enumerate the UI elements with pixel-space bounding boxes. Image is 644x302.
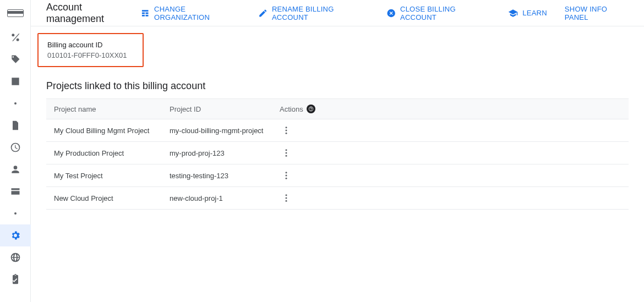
sidebar-item-clipboard[interactable]	[0, 268, 31, 290]
action-label: RENAME BILLING ACCOUNT	[272, 5, 369, 21]
project-actions-cell	[272, 142, 629, 164]
sidebar-logo	[0, 0, 31, 26]
rename-billing-account-button[interactable]: RENAME BILLING ACCOUNT	[258, 5, 369, 21]
main-area: Account management CHANGE ORGANIZATION R…	[31, 0, 644, 210]
svg-point-3	[286, 149, 287, 151]
project-name-cell: My Production Project	[46, 142, 162, 164]
svg-point-1	[286, 130, 287, 131]
project-name-cell: New Cloud Project	[46, 187, 162, 210]
globe-icon	[10, 252, 21, 263]
close-circle-icon	[386, 8, 396, 18]
project-name-cell: My Cloud Billing Mgmt Project	[46, 119, 162, 142]
project-row: My Test Projecttesting-testing-123	[46, 164, 629, 187]
project-id-cell: testing-testing-123	[162, 164, 272, 187]
sidebar-item-report[interactable]	[0, 70, 31, 92]
col-actions: Actions	[272, 99, 629, 119]
separator-dot-icon	[14, 102, 17, 105]
project-name-cell: My Test Project	[46, 164, 162, 187]
close-billing-account-button[interactable]: CLOSE BILLING ACCOUNT	[386, 5, 491, 21]
clipboard-icon	[10, 274, 21, 285]
topbar: Account management CHANGE ORGANIZATION R…	[31, 0, 644, 26]
sidebar-item-tag[interactable]	[0, 48, 31, 70]
doc-icon	[10, 120, 21, 131]
project-id-cell: new-cloud-proj-1	[162, 187, 272, 210]
topbar-actions: CHANGE ORGANIZATION RENAME BILLING ACCOU…	[140, 5, 631, 21]
show-info-panel-button[interactable]: SHOW INFO PANEL	[565, 5, 631, 21]
sidebar-item-dot[interactable]	[0, 202, 31, 224]
percent-icon	[10, 32, 21, 43]
col-project-id[interactable]: Project ID	[162, 99, 272, 119]
project-actions-menu-button[interactable]	[280, 169, 293, 182]
project-row: My Cloud Billing Mgmt Projectmy-cloud-bi…	[46, 119, 629, 142]
svg-point-11	[286, 200, 287, 202]
page-title: Account management	[46, 2, 140, 25]
actions-help-icon[interactable]	[307, 105, 315, 113]
sidebar-item-globe[interactable]	[0, 246, 31, 268]
svg-point-10	[286, 197, 287, 199]
svg-point-8	[286, 178, 287, 179]
svg-point-2	[286, 133, 287, 134]
sidebar-item-card[interactable]	[0, 180, 31, 202]
change-organization-button[interactable]: CHANGE ORGANIZATION	[140, 5, 241, 21]
projects-section: Projects linked to this billing account …	[31, 67, 644, 210]
sidebar-item-doc[interactable]	[0, 114, 31, 136]
project-actions-menu-button[interactable]	[280, 191, 293, 205]
sidebar-item-person[interactable]	[0, 158, 31, 180]
svg-point-7	[286, 175, 287, 177]
edit-icon	[258, 8, 268, 18]
svg-point-9	[286, 194, 287, 196]
sidebar-rail	[0, 0, 31, 302]
action-label: LEARN	[522, 9, 547, 17]
project-actions-menu-button[interactable]	[280, 146, 293, 160]
person-icon	[10, 164, 21, 175]
projects-section-title: Projects linked to this billing account	[46, 80, 629, 92]
action-label: CLOSE BILLING ACCOUNT	[400, 5, 490, 21]
col-project-name[interactable]: Project name	[46, 99, 162, 119]
org-icon	[140, 8, 150, 18]
sidebar-item-percent[interactable]	[0, 26, 31, 48]
project-row: My Production Projectmy-prod-proj-123	[46, 142, 629, 164]
svg-point-4	[286, 152, 287, 154]
project-row: New Cloud Projectnew-cloud-proj-1	[46, 187, 629, 210]
billing-id-label: Billing account ID	[47, 41, 127, 49]
sidebar-item-gear[interactable]	[0, 224, 31, 246]
separator-dot-icon	[14, 212, 17, 215]
projects-table-header-row: Project name Project ID Actions	[46, 99, 629, 119]
svg-point-5	[286, 155, 287, 157]
action-label: CHANGE ORGANIZATION	[154, 5, 241, 21]
project-id-cell: my-cloud-billing-mgmt-project	[162, 119, 272, 142]
learn-icon	[508, 8, 518, 18]
billing-console-icon	[7, 9, 24, 17]
card-icon	[10, 186, 21, 197]
project-actions-cell	[272, 119, 629, 142]
billing-id-value: 010101-F0FFF0-10XX01	[47, 51, 127, 59]
project-id-cell: my-prod-proj-123	[162, 142, 272, 164]
billing-account-id-box: Billing account ID 010101-F0FFF0-10XX01	[37, 33, 144, 67]
svg-point-0	[286, 127, 287, 128]
svg-point-6	[286, 172, 287, 173]
project-actions-cell	[272, 164, 629, 187]
clock-icon	[10, 142, 21, 153]
col-actions-label: Actions	[280, 105, 303, 113]
learn-button[interactable]: LEARN	[508, 8, 547, 18]
projects-table: Project name Project ID Actions My Cloud…	[46, 98, 629, 210]
sidebar-item-dot[interactable]	[0, 92, 31, 114]
project-actions-menu-button[interactable]	[280, 124, 293, 137]
report-icon	[10, 76, 21, 87]
project-actions-cell	[272, 187, 629, 210]
gear-icon	[10, 230, 21, 241]
sidebar-item-clock[interactable]	[0, 136, 31, 158]
tag-icon	[10, 54, 21, 65]
